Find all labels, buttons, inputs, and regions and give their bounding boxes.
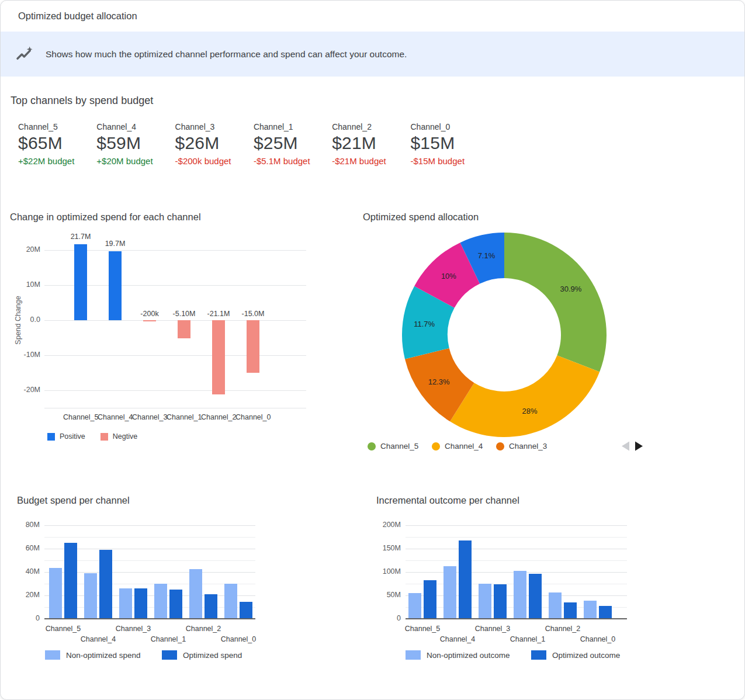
legend-item-positive: Positive bbox=[47, 432, 85, 441]
channel-card: Channel_2$21M-$21M budget bbox=[332, 122, 410, 166]
x-tick-label: Channel_4 bbox=[75, 635, 122, 643]
top-channels-row: Channel_5$65M+$22M budgetChannel_4$59M+$… bbox=[18, 122, 489, 166]
bar-value-label: 19.7M bbox=[98, 240, 133, 248]
bar-Channel_5-optimized bbox=[64, 543, 77, 619]
bar-Channel_1-optimized bbox=[169, 590, 182, 619]
donut-slice-label: 30.9% bbox=[560, 285, 581, 293]
gridline bbox=[44, 408, 306, 408]
donut-legend: Channel_5Channel_4Channel_3 bbox=[368, 442, 560, 451]
page-title: Optimized budget allocation bbox=[18, 1, 137, 32]
donut-legend-prev-button[interactable] bbox=[621, 441, 631, 451]
channel-name: Channel_4 bbox=[96, 122, 175, 131]
x-tick-label: Channel_2 bbox=[180, 625, 227, 633]
top-channels-title: Top channels by spend budget bbox=[11, 95, 153, 107]
donut-slice-label: 10% bbox=[441, 272, 456, 280]
bar-Channel_2-non-optimized bbox=[549, 592, 562, 619]
bar-Channel_0-optimized bbox=[599, 606, 612, 619]
bar-Channel_4-optimized bbox=[459, 540, 472, 619]
y-tick-label: 0 bbox=[13, 614, 40, 622]
channel-budget-delta: +$22M budget bbox=[18, 156, 96, 166]
bar-Channel_4 bbox=[109, 251, 122, 320]
chart-legend: PositiveNegtive bbox=[47, 432, 137, 441]
bar-Channel_1-optimized bbox=[529, 574, 542, 619]
gridline bbox=[44, 320, 306, 321]
x-tick-label: Channel_1 bbox=[504, 635, 551, 643]
legend-label: Channel_3 bbox=[509, 442, 547, 451]
channel-budget-delta: -$200k budget bbox=[175, 156, 254, 166]
donut-slice-Channel_5 bbox=[504, 233, 607, 372]
channel-name: Channel_5 bbox=[18, 122, 96, 131]
channel-card: Channel_5$65M+$22M budget bbox=[18, 122, 96, 166]
donut-svg: 30.9%28%12.3%11.7%10%7.1% bbox=[363, 210, 683, 439]
bar-Channel_1-non-optimized bbox=[154, 584, 167, 619]
channel-name: Channel_3 bbox=[175, 122, 254, 131]
bar-Channel_4-non-optimized bbox=[443, 566, 456, 619]
x-tick-label: Channel_0 bbox=[574, 635, 621, 643]
x-tick-label: Channel_1 bbox=[145, 635, 192, 643]
bar-Channel_5-optimized bbox=[424, 580, 436, 619]
legend-label: Channel_4 bbox=[445, 442, 483, 451]
gridline bbox=[406, 525, 627, 526]
gridline bbox=[406, 560, 627, 561]
channel-value: $21M bbox=[332, 133, 410, 153]
donut-slice-label: 12.3% bbox=[428, 377, 450, 386]
legend-label: Channel_5 bbox=[380, 442, 418, 451]
gridline bbox=[44, 355, 306, 356]
x-tick-label: Channel_3 bbox=[110, 625, 157, 633]
bar-Channel_2-non-optimized bbox=[189, 569, 202, 619]
legend-swatch bbox=[47, 433, 55, 441]
channel-card: Channel_3$26M-$200k budget bbox=[175, 122, 254, 166]
gridline bbox=[44, 537, 255, 538]
y-tick-label: 80M bbox=[13, 521, 40, 529]
gridline bbox=[44, 525, 255, 526]
x-tick-label: Channel_0 bbox=[215, 635, 262, 643]
y-tick-label: 60M bbox=[13, 544, 40, 552]
y-tick-label: 200M bbox=[374, 521, 401, 529]
bar-Channel_5-non-optimized bbox=[49, 568, 62, 619]
channel-name: Channel_0 bbox=[410, 122, 488, 131]
x-tick-label: Channel_5 bbox=[399, 625, 446, 633]
donut-legend-next-button[interactable] bbox=[633, 441, 644, 451]
chart-title: Incremental outcome per channel bbox=[376, 495, 519, 506]
y-tick-label: 150M bbox=[374, 544, 401, 552]
banner-text: Shows how much the optimized channel per… bbox=[46, 49, 407, 60]
x-axis-line bbox=[406, 618, 627, 619]
donut-legend-pagination bbox=[621, 441, 644, 451]
x-tick-label: Channel_3 bbox=[469, 625, 516, 633]
channel-name: Channel_2 bbox=[332, 122, 410, 131]
bar-Channel_2 bbox=[212, 320, 225, 394]
bar-value-label: -15.0M bbox=[235, 310, 271, 318]
bar-Channel_3-optimized bbox=[494, 584, 507, 619]
x-tick-label: Channel_4 bbox=[434, 635, 481, 643]
bar-Channel_3-non-optimized bbox=[479, 584, 491, 619]
channel-card: Channel_4$59M+$20M budget bbox=[96, 122, 175, 166]
bar-Channel_0 bbox=[247, 320, 259, 373]
y-tick-label: 20M bbox=[12, 245, 40, 254]
y-tick-label: 40M bbox=[13, 567, 40, 576]
legend-label: Optimized outcome bbox=[552, 651, 620, 660]
legend-dot bbox=[432, 442, 440, 451]
channel-budget-delta: -$21M budget bbox=[332, 156, 410, 166]
x-tick-label: Channel_5 bbox=[40, 625, 86, 633]
channel-card: Channel_0$15M-$15M budget bbox=[410, 122, 488, 166]
spend-allocation-donut-chart: Optimized spend allocation 30.9%28%12.3%… bbox=[363, 210, 683, 455]
donut-slice-label: 28% bbox=[522, 407, 537, 415]
bar-value-label: 21.7M bbox=[63, 233, 98, 241]
bar-value-label: -21.1M bbox=[201, 310, 236, 318]
gridline bbox=[406, 537, 627, 538]
bar-Channel_4-non-optimized bbox=[84, 573, 97, 619]
gridline bbox=[44, 390, 306, 391]
channel-card: Channel_1$25M-$5.1M budget bbox=[254, 122, 332, 166]
legend-item-optimized: Optimized spend bbox=[162, 650, 242, 660]
x-tick-label: Channel_5 bbox=[63, 413, 98, 421]
legend-swatch bbox=[45, 650, 60, 660]
bar-Channel_1 bbox=[178, 320, 190, 338]
legend-item-non-optimized: Non-optimized outcome bbox=[406, 650, 510, 660]
legend-item-channel_3: Channel_3 bbox=[496, 442, 560, 451]
legend-item-channel_4: Channel_4 bbox=[432, 442, 496, 451]
x-tick-label: Channel_4 bbox=[98, 413, 133, 421]
x-tick-label: Channel_1 bbox=[167, 413, 202, 421]
budget-spend-chart: Budget spend per channel 020M40M60M80MCh… bbox=[10, 491, 328, 667]
y-tick-label: -20M bbox=[12, 386, 40, 394]
x-axis-line bbox=[44, 618, 255, 619]
